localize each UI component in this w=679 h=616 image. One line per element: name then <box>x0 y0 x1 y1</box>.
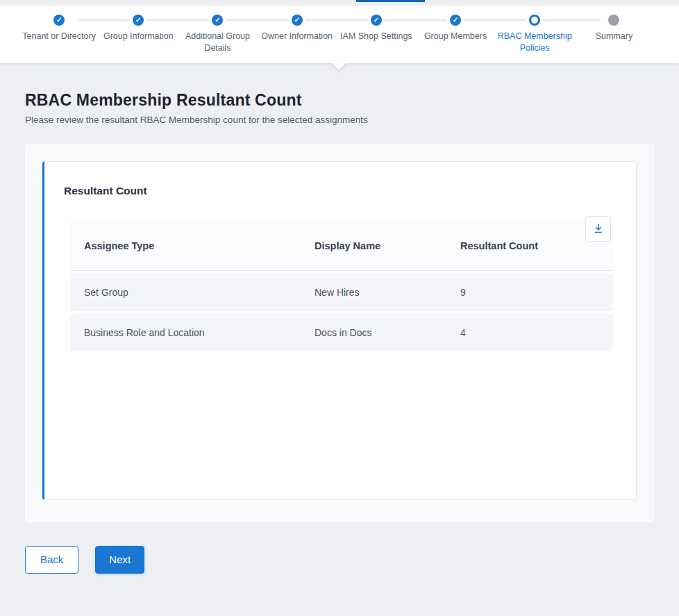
column-header-display-name: Display Name <box>315 240 460 251</box>
resultant-count-panel: Resultant Count Assignee Type Display Na… <box>42 161 637 500</box>
stepper-steps: Tenant or Directory Group Information Ad… <box>19 15 660 54</box>
resultant-count-table: Assignee Type Display Name Resultant Cou… <box>70 222 613 351</box>
check-circle-icon <box>450 15 461 26</box>
check-circle-icon <box>371 15 382 26</box>
cell-display-name: Docs in Docs <box>315 327 460 338</box>
panel-title: Resultant Count <box>64 185 636 197</box>
stepper-step-group-information[interactable]: Group Information <box>99 15 178 54</box>
cell-resultant-count: 9 <box>460 287 599 298</box>
stepper-active-notch <box>332 56 346 70</box>
stepper-step-rbac-membership-policies[interactable]: RBAC Membership Policies <box>495 15 574 54</box>
stepper-step-iam-shop-settings[interactable]: IAM Shop Settings <box>337 15 416 54</box>
wizard-stepper: Tenant or Directory Group Information Ad… <box>0 6 679 63</box>
table-row: Set Group New Hires 9 <box>70 274 613 311</box>
stepper-step-label: Group Information <box>103 31 174 42</box>
stepper-step-label: RBAC Membership Policies <box>495 31 574 54</box>
stepper-step-label: Owner Information <box>261 31 333 42</box>
stepper-step-group-members[interactable]: Group Members <box>416 15 495 54</box>
cell-resultant-count: 4 <box>460 327 599 338</box>
current-step-circle-icon <box>529 15 540 26</box>
stepper-step-label: Tenant or Directory <box>22 31 96 42</box>
stepper-step-label: IAM Shop Settings <box>340 31 412 42</box>
check-circle-icon <box>133 15 144 26</box>
back-button[interactable]: Back <box>25 546 78 574</box>
check-circle-icon <box>53 15 65 26</box>
table-header-row: Assignee Type Display Name Resultant Cou… <box>70 222 613 271</box>
stepper-step-summary[interactable]: Summary <box>574 15 653 54</box>
pending-circle-icon <box>608 15 619 26</box>
page-subtitle: Please review the resultant RBAC Members… <box>25 115 654 125</box>
main-content: RBAC Membership Resultant Count Please r… <box>0 91 679 574</box>
cell-assignee-type: Business Role and Location <box>84 327 315 338</box>
download-icon <box>592 222 605 235</box>
next-button[interactable]: Next <box>95 546 144 574</box>
table-row: Business Role and Location Docs in Docs … <box>70 314 613 351</box>
resultant-count-card: Resultant Count Assignee Type Display Na… <box>25 144 654 522</box>
column-header-assignee-type: Assignee Type <box>84 240 315 251</box>
stepper-step-tenant-or-directory[interactable]: Tenant or Directory <box>19 15 99 54</box>
check-circle-icon <box>212 15 223 26</box>
stepper-step-label: Additional Group Details <box>178 31 257 54</box>
top-accent-line <box>356 0 425 2</box>
stepper-step-label: Group Members <box>424 31 487 42</box>
stepper-step-additional-group-details[interactable]: Additional Group Details <box>178 15 257 54</box>
stepper-step-owner-information[interactable]: Owner Information <box>258 15 337 54</box>
check-circle-icon <box>292 15 303 26</box>
wizard-actions: Back Next <box>25 546 654 574</box>
cell-assignee-type: Set Group <box>84 287 315 298</box>
download-button[interactable] <box>585 216 611 242</box>
cell-display-name: New Hires <box>315 287 460 298</box>
stepper-step-label: Summary <box>596 31 632 42</box>
column-header-resultant-count: Resultant Count <box>460 240 599 251</box>
page-title: RBAC Membership Resultant Count <box>25 91 654 110</box>
